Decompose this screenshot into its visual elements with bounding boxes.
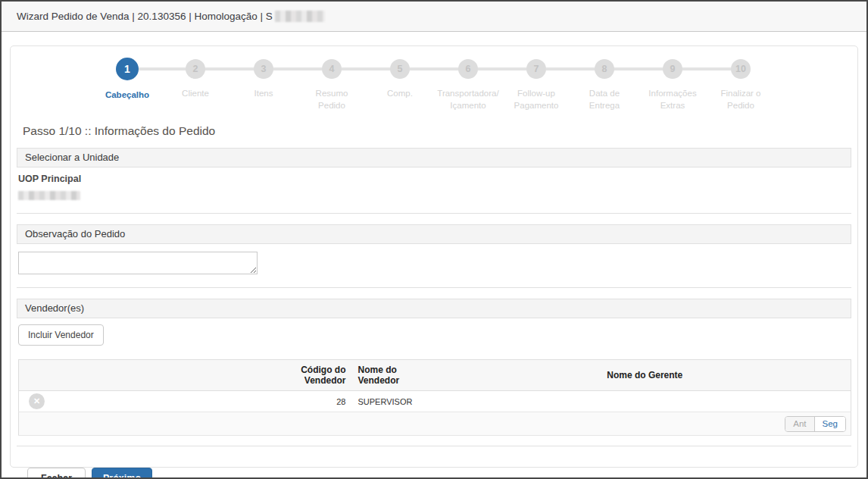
observacao-textarea[interactable] bbox=[18, 252, 258, 274]
wizard-stepper: 1 Cabeçalho 2 Cliente 3 Itens 4 Resumo bbox=[11, 46, 857, 111]
step-label: Finalizar o Pedido bbox=[720, 87, 760, 111]
step-circle: 9 bbox=[663, 59, 682, 79]
step-circle: 5 bbox=[390, 59, 410, 79]
table-row: ✕ 28 SUPERVISOR bbox=[19, 391, 851, 412]
panel-observacao-pedido: Observação do Pedido bbox=[17, 224, 851, 288]
stepper-step-7-follow-up-pagamento: 7 Follow-up Pagamento bbox=[502, 58, 570, 111]
step-circle: 3 bbox=[254, 59, 273, 79]
wizard-card: 1 Cabeçalho 2 Cliente 3 Itens 4 Resumo bbox=[10, 45, 858, 468]
panel-vendedores-header: Vendedor(es) bbox=[17, 299, 851, 318]
stepper-step-2-cliente: 2 Cliente bbox=[161, 58, 229, 111]
panel-selecionar-unidade: Selecionar a Unidade UOP Principal bbox=[17, 148, 851, 214]
column-nome-vendedor: Nome do Vendedor bbox=[352, 360, 439, 391]
step-label: Follow-up Pagamento bbox=[514, 87, 559, 111]
app-title-bar: Wizard Pedido de Venda | 20.130356 | Hom… bbox=[2, 2, 866, 32]
step-circle: 8 bbox=[595, 59, 614, 79]
step-circle: 2 bbox=[186, 59, 205, 79]
redacted-unit-value bbox=[18, 191, 80, 200]
step-circle[interactable]: 1 bbox=[116, 58, 139, 80]
step-label: Cabeçalho bbox=[105, 89, 149, 101]
vendedores-table: Código do Vendedor Nome do Vendedor Nome… bbox=[18, 359, 851, 436]
pagination-prev-button[interactable]: Ant bbox=[785, 417, 814, 431]
cell-nome-vendedor: SUPERVISOR bbox=[352, 391, 439, 412]
stepper-step-1-cabecalho[interactable]: 1 Cabeçalho bbox=[93, 58, 161, 111]
delete-row-icon[interactable]: ✕ bbox=[29, 393, 45, 409]
step-label: Itens bbox=[254, 87, 273, 99]
stepper-step-4-resumo-pedido: 4 Resumo Pedido bbox=[298, 58, 366, 111]
footer-actions: Fechar Próximo bbox=[27, 468, 851, 479]
wizard-content: Selecionar a Unidade UOP Principal Obser… bbox=[11, 148, 857, 479]
column-codigo-vendedor: Código do Vendedor bbox=[254, 360, 352, 391]
cell-nome-gerente bbox=[439, 391, 851, 412]
step-label: Resumo Pedido bbox=[316, 87, 348, 111]
table-pagination-row: Ant Seg bbox=[19, 412, 851, 436]
panel-selecionar-unidade-header: Selecionar a Unidade bbox=[17, 148, 851, 167]
pagination-next-button[interactable]: Seg bbox=[815, 417, 845, 431]
step-label: Informações Extras bbox=[648, 87, 696, 111]
step-label: Data de Entrega bbox=[589, 87, 620, 111]
uop-principal-label: UOP Principal bbox=[18, 174, 850, 184]
column-nome-gerente: Nome do Gerente bbox=[439, 360, 851, 391]
panel-vendedores: Vendedor(es) Incluir Vendedor Código do … bbox=[17, 299, 851, 446]
step-label: Cliente bbox=[182, 87, 209, 99]
proximo-button[interactable]: Próximo bbox=[92, 468, 152, 479]
stepper-step-10-finalizar-o-pedido: 10 Finalizar o Pedido bbox=[707, 58, 775, 111]
panel-observacao-header: Observação do Pedido bbox=[17, 224, 851, 244]
fechar-button[interactable]: Fechar bbox=[27, 468, 86, 479]
step-circle: 6 bbox=[458, 59, 478, 79]
step-label: Transportadora/ Içamento bbox=[437, 87, 498, 111]
step-circle: 4 bbox=[322, 59, 342, 79]
stepper-step-3-itens: 3 Itens bbox=[229, 58, 298, 111]
step-circle: 10 bbox=[731, 59, 751, 79]
pagination: Ant Seg bbox=[785, 416, 846, 432]
app-title: Wizard Pedido de Venda | 20.130356 | Hom… bbox=[17, 11, 273, 22]
stepper-step-9-informacoes-extras: 9 Informações Extras bbox=[639, 58, 707, 111]
stepper-step-8-data-de-entrega: 8 Data de Entrega bbox=[570, 58, 639, 111]
step-label: Comp. bbox=[387, 87, 413, 99]
incluir-vendedor-button[interactable]: Incluir Vendedor bbox=[18, 324, 104, 346]
column-delete bbox=[19, 360, 254, 391]
table-header-row: Código do Vendedor Nome do Vendedor Nome… bbox=[19, 360, 851, 391]
stepper-step-6-transportadora-icamento: 6 Transportadora/ Içamento bbox=[434, 58, 502, 111]
page-title: Passo 1/10 :: Informações do Pedido bbox=[23, 124, 857, 138]
cell-codigo-vendedor: 28 bbox=[254, 391, 352, 412]
step-circle: 7 bbox=[526, 59, 546, 79]
stepper-step-5-comp: 5 Comp. bbox=[366, 58, 434, 111]
redacted-user-value bbox=[275, 11, 325, 22]
